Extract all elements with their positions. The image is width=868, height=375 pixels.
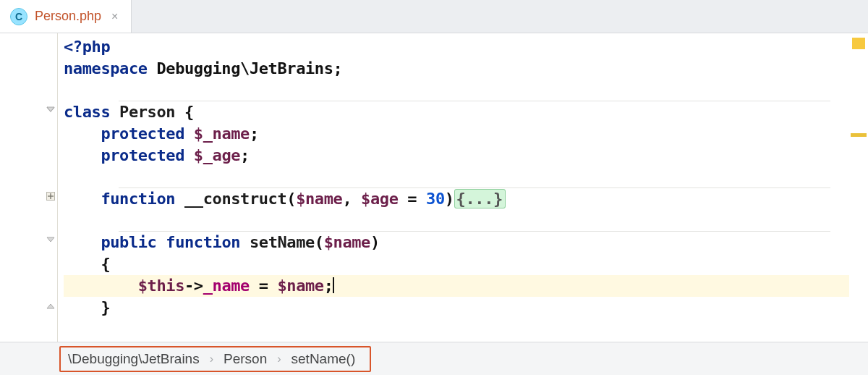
code-line: class Person { [64,101,849,123]
code-line: <?php [64,36,849,58]
code-line: function __construct($name, $age = 30){.… [64,188,849,210]
tabbar: C Person.php × [0,0,868,33]
breadcrumb-class[interactable]: Person [224,351,267,367]
code-line: public function setName($name) [64,232,849,253]
code-line-active: $this->_name = $name; [64,275,849,297]
code-line [64,80,849,101]
tab-person-php[interactable]: C Person.php × [0,0,132,33]
breadcrumbs-bar: \Debugging\JetBrains › Person › setName(… [0,342,868,375]
analysis-status-icon[interactable] [852,38,865,49]
breadcrumb-method[interactable]: setName() [292,351,356,367]
code-line: protected $_age; [64,145,849,167]
fold-icon-method-open[interactable] [45,234,56,245]
code-line: { [64,253,849,275]
code-line: } [64,297,849,319]
warning-marker[interactable] [851,133,867,137]
fold-icon-class-open[interactable] [45,104,56,115]
code-line: protected $_name; [64,123,849,145]
tab-filename: Person.php [35,9,101,24]
code-line [64,210,849,232]
breadcrumb-namespace[interactable]: \Debugging\JetBrains [68,351,200,367]
code-line [64,167,849,188]
gutter [0,33,58,342]
tab-close-icon[interactable]: × [109,10,118,23]
code-area[interactable]: <?php namespace Debugging\JetBrains; cla… [58,33,849,342]
fold-icon-method-close[interactable] [45,300,56,312]
editor[interactable]: <?php namespace Debugging\JetBrains; cla… [0,33,868,342]
code-line: namespace Debugging\JetBrains; [64,58,849,80]
file-type-icon: C [10,8,27,25]
caret [333,277,334,293]
chevron-right-icon: › [210,353,213,366]
marker-strip [849,33,868,342]
folded-region[interactable]: {...} [454,189,506,208]
ide-window: C Person.php × <?php nam [0,0,868,375]
chevron-right-icon: › [277,353,281,366]
breadcrumbs: \Debugging\JetBrains › Person › setName(… [59,346,371,372]
fold-icon-ctor-expand[interactable] [45,190,56,202]
